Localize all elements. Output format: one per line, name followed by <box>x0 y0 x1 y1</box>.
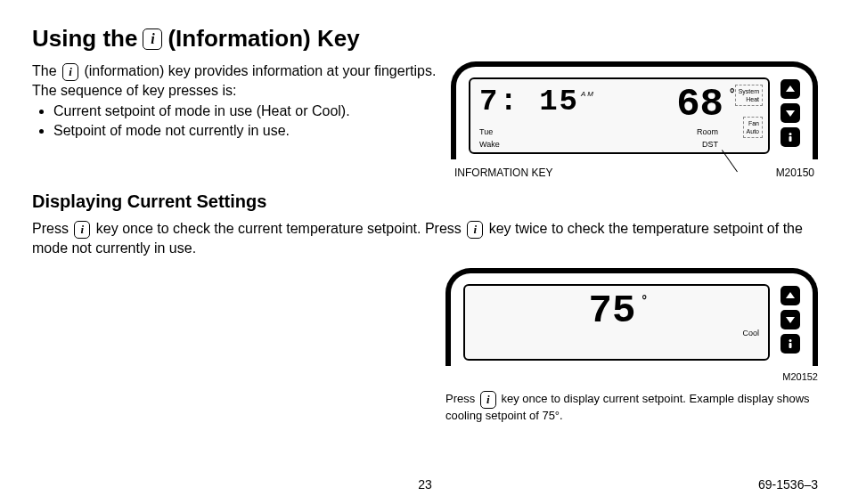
dst-label: DST <box>702 140 718 149</box>
figure-caption: INFORMATION KEY M20150 <box>451 167 818 179</box>
day-label: Tue <box>479 127 493 136</box>
info-key-icon: i <box>467 221 483 239</box>
up-button[interactable] <box>781 286 800 305</box>
info-key-icon: i <box>62 63 78 81</box>
info-key-icon: i <box>480 391 496 409</box>
title-text-2: (Information) Key <box>168 25 359 53</box>
ampm-label: AM <box>581 90 595 98</box>
temp-display: 68 ° <box>676 85 723 124</box>
up-button[interactable] <box>781 79 800 99</box>
thermostat-figure-1: 7: 15 AM 68 ° System Heat Fan Auto <box>451 61 818 179</box>
svg-point-2 <box>789 339 792 342</box>
button-column <box>781 79 800 147</box>
figure-caption: Press i key once to display current setp… <box>445 391 818 424</box>
bullet-item: Setpoint of mode not currently in use. <box>53 121 442 141</box>
temp-display: 75 ° <box>589 291 636 330</box>
wake-label: Wake <box>479 140 500 149</box>
thermostat-figure-2: 75 ° Cool M20152 Press i key once to dis… <box>445 268 818 424</box>
lcd-display: 7: 15 AM 68 ° System Heat Fan Auto <box>469 77 770 154</box>
section-heading: Displaying Current Settings <box>32 191 818 212</box>
intro-paragraph: The i (information) key provides informa… <box>32 61 442 141</box>
system-box: System Heat <box>735 85 763 106</box>
figure-number: M20152 <box>445 371 818 382</box>
down-button[interactable] <box>781 103 800 123</box>
body-paragraph: Press i key once to check the current te… <box>32 219 818 257</box>
figure-number: M20150 <box>776 167 814 179</box>
button-column <box>781 286 800 354</box>
room-label: Room <box>697 127 718 136</box>
info-key-icon: i <box>74 221 90 239</box>
page-number: 23 <box>418 477 432 492</box>
down-button[interactable] <box>781 310 800 329</box>
page-footer: 23 69-1536–3 <box>32 477 818 492</box>
svg-rect-3 <box>789 343 792 348</box>
info-key-callout: INFORMATION KEY <box>454 167 552 179</box>
info-button[interactable] <box>781 334 800 354</box>
title-text-1: Using the <box>32 25 137 53</box>
svg-point-0 <box>789 133 792 135</box>
fan-box: Fan Auto <box>743 117 763 138</box>
info-key-icon: i <box>143 28 162 50</box>
page-title: Using the i (Information) Key <box>32 25 818 53</box>
info-button[interactable] <box>781 127 800 147</box>
lcd-display: 75 ° Cool <box>463 284 770 361</box>
mode-label: Cool <box>742 329 759 337</box>
doc-number: 69-1536–3 <box>758 477 818 492</box>
svg-rect-1 <box>789 136 792 142</box>
time-display: 7: 15 AM <box>479 85 595 118</box>
bullet-item: Current setpoint of mode in use (Heat or… <box>53 102 442 121</box>
